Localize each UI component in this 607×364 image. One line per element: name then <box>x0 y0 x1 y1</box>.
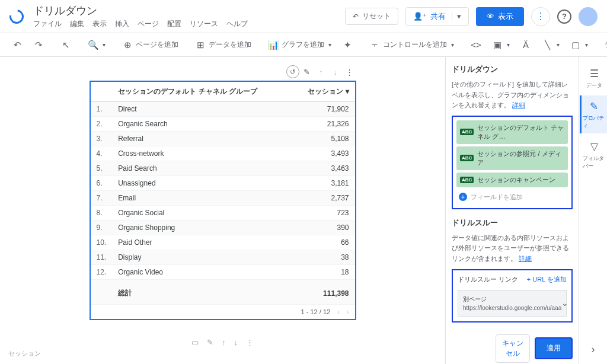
table-row[interactable]: 6. Unassigned 3,181 <box>91 176 355 191</box>
drillthrough-link-card[interactable]: 別ページ https://lookerstudio.google.com/u/a… <box>458 290 567 317</box>
right-rail: ☰データ ✎プロパティ ▽フィルタバー › <box>579 57 607 364</box>
url-embed-button[interactable]: <> <box>466 37 486 53</box>
line-icon: ╲ <box>542 40 552 50</box>
dimension-chip[interactable]: ABCセッションのキャンペーン <box>456 173 568 187</box>
reset-drill-icon[interactable]: ↺ <box>286 65 299 78</box>
total-value: 111,398 <box>292 280 354 305</box>
dimension-chip[interactable]: ABCセッションのデフォルト チャネル グ… <box>456 120 568 144</box>
add-url-button[interactable]: + URL を追加 <box>527 275 567 284</box>
table-row[interactable]: 8. Organic Social 723 <box>91 206 355 221</box>
table-row[interactable]: 11. Display 38 <box>91 250 355 265</box>
table-row[interactable]: 4. Cross-network 3,493 <box>91 146 355 161</box>
image-button[interactable]: ▣▾ <box>487 37 515 53</box>
page-prev-icon[interactable]: ‹ <box>337 308 340 315</box>
chevron-down-icon: ▾ <box>328 41 331 48</box>
drill-down-icon[interactable]: ↓ <box>329 65 342 78</box>
table-row[interactable]: 1. Direct 71,902 <box>91 102 355 117</box>
database-add-icon: ⊞ <box>195 40 206 50</box>
more-options-button[interactable]: ⋮ <box>531 7 550 26</box>
menu-insert[interactable]: 挿入 <box>115 19 129 29</box>
undo-button[interactable]: ↶ <box>7 37 27 53</box>
theme-layout-button[interactable]: テーマとレイアウト <box>600 37 607 53</box>
sort-desc-icon: ▾ <box>346 87 349 95</box>
row-dimension: Unassigned <box>112 176 292 191</box>
row-metric: 3,463 <box>292 161 354 176</box>
property-panel: ドリルダウン [その他のフィールド] を追加して詳細レベルを表示し、グラフ内のデ… <box>445 57 579 364</box>
metric-header[interactable]: セッション ▾ <box>292 82 354 102</box>
down-icon[interactable]: ↓ <box>234 338 238 347</box>
rail-filterbar-tab[interactable]: ▽フィルタバー <box>580 136 607 174</box>
help-icon[interactable]: ? <box>557 9 571 24</box>
row-index: 11. <box>91 250 113 265</box>
redo-icon: ↷ <box>33 40 44 50</box>
line-button[interactable]: ╲▾ <box>537 37 564 53</box>
row-metric: 18 <box>292 265 354 280</box>
row-metric: 66 <box>292 235 354 250</box>
chart-more-icon[interactable]: ⋮ <box>343 65 356 78</box>
edit-icon[interactable]: ✎ <box>207 338 213 347</box>
chevron-down-icon: ▾ <box>585 41 588 48</box>
table-row[interactable]: 12. Organic Video 18 <box>91 265 355 280</box>
menu-file[interactable]: ファイル <box>33 19 62 29</box>
add-control-button[interactable]: ⫟コントロールを追加▾ <box>365 37 459 53</box>
page-next-icon[interactable]: › <box>347 308 349 315</box>
menu-help[interactable]: ヘルプ <box>226 19 248 29</box>
table-row[interactable]: 10. Paid Other 66 <box>91 235 355 250</box>
cancel-button[interactable]: キャンセル <box>496 334 530 363</box>
person-add-icon: 👤⁺ <box>413 12 427 21</box>
drilldown-title: ドリルダウン <box>452 64 573 75</box>
redo-button[interactable]: ↷ <box>28 37 49 53</box>
document-title[interactable]: ドリルダウン <box>33 4 345 18</box>
expand-rail-icon[interactable]: › <box>592 343 595 356</box>
rail-property-tab[interactable]: ✎プロパティ <box>580 95 607 133</box>
drilldown-learn-more-link[interactable]: 詳細 <box>512 101 525 108</box>
add-data-button[interactable]: ⊞データを追加 <box>190 37 256 53</box>
add-page-button[interactable]: ⊕ページを追加 <box>117 37 183 53</box>
text-button[interactable]: Ă <box>516 37 536 53</box>
chevron-down-icon: ▾ <box>557 41 560 48</box>
community-viz-button[interactable]: ✦ <box>337 37 357 53</box>
edit-pencil-icon[interactable]: ✎ <box>301 65 314 78</box>
funnel-icon: ▽ <box>590 141 598 153</box>
drillthrough-title: ドリルスルー <box>452 218 573 228</box>
table-row[interactable]: 9. Organic Shopping 390 <box>91 221 355 235</box>
selection-tool[interactable]: ↖ <box>56 37 76 53</box>
drill-up-icon[interactable]: ↑ <box>315 65 328 78</box>
footer-more-icon[interactable]: ⋮ <box>246 338 254 347</box>
drillthrough-learn-more-link[interactable]: 詳細 <box>519 255 532 262</box>
dimension-chip[interactable]: ABCセッションの参照元 / メディア <box>456 146 568 170</box>
menu-resource[interactable]: リソース <box>190 19 218 29</box>
filter-icon: ⫟ <box>369 40 380 50</box>
shape-button[interactable]: ▢▾ <box>566 37 593 53</box>
share-button[interactable]: 👤⁺共有▾ <box>405 7 469 26</box>
menu-edit[interactable]: 編集 <box>70 19 84 29</box>
menu-bar: ファイル 編集 表示 挿入 ページ 配置 リソース ヘルプ <box>33 19 345 29</box>
row-dimension: Organic Social <box>112 206 292 221</box>
add-chart-button[interactable]: 📊グラフを追加▾ <box>263 37 336 53</box>
up-icon[interactable]: ↑ <box>222 338 226 347</box>
chevron-down-icon: ▾ <box>507 41 510 48</box>
zoom-button[interactable]: 🔍▾ <box>83 37 110 53</box>
fit-page-icon[interactable]: ▭ <box>191 338 199 347</box>
report-canvas[interactable]: ↺ ✎ ↑ ↓ ⋮ セッションのデフォルト チャネル グループ セッション ▾ … <box>0 57 445 364</box>
apply-button[interactable]: 適用 <box>535 337 573 359</box>
menu-view[interactable]: 表示 <box>92 19 107 29</box>
drillthrough-description: データ値に関連のある内部リソースおよび外部リソースをユーザーが参照できるリンクが… <box>452 233 573 264</box>
table-row[interactable]: 2. Organic Search 21,326 <box>91 117 355 132</box>
data-icon: ☰ <box>590 68 599 80</box>
row-metric: 71,902 <box>292 102 354 117</box>
view-button[interactable]: 👁表示 <box>476 7 524 26</box>
row-metric: 38 <box>292 250 354 265</box>
dimension-header[interactable]: セッションのデフォルト チャネル グループ <box>112 82 292 102</box>
menu-arrange[interactable]: 配置 <box>167 19 181 29</box>
table-row[interactable]: 7. Email 2,737 <box>91 191 355 206</box>
reset-button[interactable]: ↶リセット <box>345 8 398 25</box>
table-chart[interactable]: ↺ ✎ ↑ ↓ ⋮ セッションのデフォルト チャネル グループ セッション ▾ … <box>90 81 356 320</box>
rail-data-tab[interactable]: ☰データ <box>580 63 607 93</box>
user-avatar[interactable] <box>579 7 598 26</box>
table-row[interactable]: 5. Paid Search 3,463 <box>91 161 355 176</box>
add-field-button[interactable]: +フィールドを追加 <box>456 190 568 205</box>
table-row[interactable]: 3. Referral 5,108 <box>91 132 355 146</box>
menu-page[interactable]: ページ <box>138 19 159 29</box>
drillthrough-links-box: ドリルスルー リンク + URL を追加 別ページ https://looker… <box>452 269 573 323</box>
